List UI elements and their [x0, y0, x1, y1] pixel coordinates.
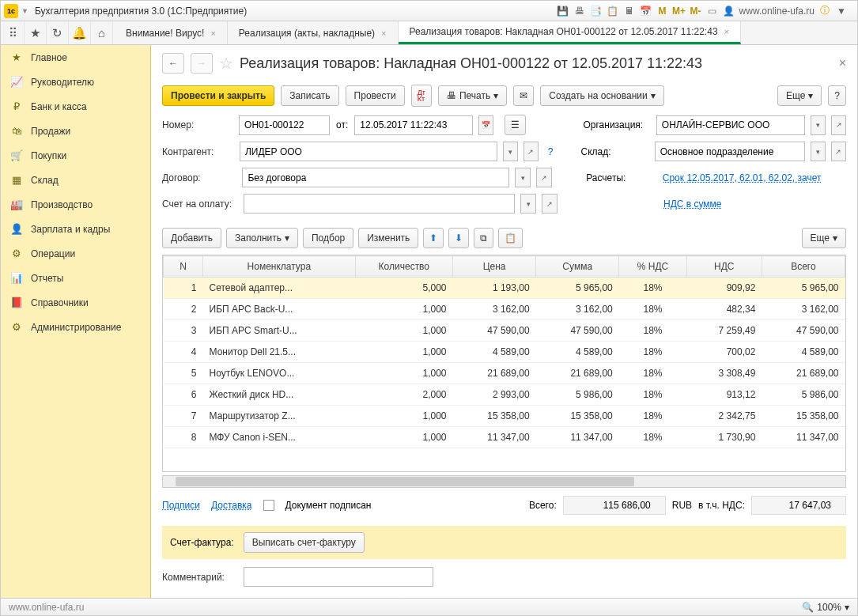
info-icon[interactable]: ⓘ [818, 5, 831, 17]
col-header[interactable]: Цена [453, 256, 536, 278]
table-row[interactable]: 3ИБП APC Smart-U...1,00047 590,00 47 590… [164, 320, 845, 342]
sidebar-item-2[interactable]: ₽Банк и касса [1, 94, 150, 119]
sidebar-item-0[interactable]: ★Главное [1, 45, 150, 70]
paste-icon[interactable]: 📋 [498, 228, 523, 248]
close-doc-icon[interactable]: × [839, 56, 846, 70]
inv-dd-icon[interactable]: ▾ [520, 194, 536, 214]
sidebar-item-7[interactable]: 👤Зарплата и кадры [1, 217, 150, 241]
hscrollbar[interactable] [162, 475, 846, 488]
clipboard-icon[interactable]: 📋 [607, 5, 619, 17]
tbl-more-button[interactable]: Еще ▾ [802, 228, 846, 248]
table-row[interactable]: 4Монитор Dell 21.5...1,0004 589,00 4 589… [164, 342, 845, 363]
whs-open-icon[interactable]: ↗ [831, 142, 846, 161]
sidebar-item-11[interactable]: ⚙Администрирование [1, 315, 150, 339]
save-icon[interactable]: 💾 [557, 5, 569, 17]
edit-button[interactable]: Изменить [358, 228, 418, 248]
sidebar-item-9[interactable]: 📊Отчеты [1, 266, 150, 290]
table-row[interactable]: 1Сетевой адаптер...5,0001 193,00 5 965,0… [164, 278, 845, 299]
add-button[interactable]: Добавить [162, 228, 221, 248]
col-header[interactable]: Количество [355, 256, 452, 278]
move-down-icon[interactable]: ⬇ [448, 228, 469, 248]
contr-open-icon[interactable]: ↗ [523, 142, 539, 161]
whs-dd-icon[interactable]: ▾ [811, 142, 826, 161]
org-open-icon[interactable]: ↗ [831, 115, 846, 135]
contr-help-icon[interactable]: ? [548, 146, 554, 157]
col-header[interactable]: Всего [762, 256, 845, 278]
col-header[interactable]: НДС [686, 256, 762, 278]
save-button[interactable]: Записать [281, 85, 338, 106]
tab-0[interactable]: Внимание! Вирус!× [115, 21, 228, 44]
close-tab-icon[interactable]: × [381, 28, 386, 38]
more-button[interactable]: Еще ▾ [777, 85, 822, 106]
col-header[interactable]: N [164, 256, 203, 278]
tab-2[interactable]: Реализация товаров: Накладная ОН01-00012… [399, 21, 742, 44]
comment-field[interactable] [244, 567, 433, 587]
sf-button[interactable]: Выписать счет-фактуру [244, 532, 365, 553]
m-plain-icon[interactable]: M [656, 5, 669, 17]
dtkt-button[interactable]: ДтКт [411, 85, 432, 107]
num-field[interactable] [239, 115, 330, 135]
calendar-icon[interactable]: 📅 [640, 5, 652, 17]
sidebar-item-5[interactable]: ▦Склад [1, 168, 150, 192]
tab-1[interactable]: Реализация (акты, накладные)× [228, 21, 399, 44]
deliv-link[interactable]: Доставка [211, 500, 252, 511]
commit-close-button[interactable]: Провести и закрыть [162, 85, 274, 106]
org-field[interactable] [656, 115, 805, 135]
table-row[interactable]: 2ИБП APC Back-U...1,0003 162,00 3 162,00… [164, 299, 845, 320]
sign-link[interactable]: Подписи [162, 500, 200, 511]
move-up-icon[interactable]: ⬆ [423, 228, 444, 248]
table-row[interactable]: 6Жесткий диск HD...2,0002 993,00 5 986,0… [164, 384, 845, 406]
contr-dd-icon[interactable]: ▾ [503, 142, 518, 161]
bell-icon[interactable]: 🔔 [69, 22, 91, 44]
back-button[interactable]: ← [162, 53, 184, 74]
sidebar-item-1[interactable]: 📈Руководителю [1, 70, 150, 94]
m-plus-icon[interactable]: M+ [673, 5, 686, 17]
help-button[interactable]: ? [828, 85, 846, 106]
apps-icon[interactable]: ⠿ [2, 22, 25, 44]
inv-field[interactable] [244, 194, 515, 214]
pick-button[interactable]: Подбор [303, 228, 353, 248]
panel-icon[interactable]: ▭ [706, 5, 719, 17]
whs-field[interactable] [655, 142, 805, 161]
sidebar-item-6[interactable]: 🏭Производство [1, 192, 150, 217]
calendar-picker-icon[interactable]: 📅 [478, 115, 493, 135]
col-header[interactable]: Номенклатура [203, 256, 356, 278]
favorite-icon[interactable]: ☆ [219, 54, 233, 73]
sidebar-item-8[interactable]: ⚙Операции [1, 241, 150, 266]
dog-dd-icon[interactable]: ▾ [515, 168, 531, 187]
compare-icon[interactable]: 📑 [590, 5, 603, 17]
col-header[interactable]: % НДС [619, 256, 687, 278]
sidebar-item-10[interactable]: 📕Справочники [1, 290, 150, 315]
fill-button[interactable]: Заполнить ▾ [226, 228, 298, 248]
close-tab-icon[interactable]: × [210, 28, 215, 38]
org-dd-icon[interactable]: ▾ [811, 115, 826, 135]
close-tab-icon[interactable]: × [724, 27, 729, 36]
dog-field[interactable] [242, 168, 509, 187]
dog-open-icon[interactable]: ↗ [536, 168, 552, 187]
mail-button[interactable]: ✉ [513, 85, 534, 106]
table-row[interactable]: 7Маршрутизатор Z...1,00015 358,00 15 358… [164, 406, 845, 427]
inv-open-icon[interactable]: ↗ [542, 194, 558, 214]
form-mode-icon[interactable]: ☰ [505, 115, 526, 135]
zoom-icon[interactable]: 🔍 [802, 602, 814, 613]
contr-field[interactable] [240, 142, 497, 161]
history-icon[interactable]: ↻ [47, 22, 69, 44]
m-minus-icon[interactable]: M- [690, 5, 702, 17]
calc-link[interactable]: Срок 12.05.2017, 62.01, 62.02, зачет [663, 172, 846, 183]
post-button[interactable]: Провести [346, 85, 405, 106]
table-row[interactable]: 5Ноутбук LENOVO...1,00021 689,00 21 689,… [164, 363, 845, 384]
print-icon[interactable]: 🖶 [573, 5, 586, 17]
star-icon[interactable]: ★ [25, 22, 47, 44]
create-based-button[interactable]: Создать на основании ▾ [540, 85, 664, 106]
col-header[interactable]: Сумма [536, 256, 619, 278]
info-dd-icon[interactable]: ▼ [835, 5, 848, 17]
date-field[interactable] [354, 115, 473, 135]
print-button[interactable]: 🖶 Печать ▾ [438, 85, 507, 106]
zoom-dd-icon[interactable]: ▾ [845, 602, 849, 613]
sidebar-item-3[interactable]: 🛍Продажи [1, 119, 150, 143]
copy-icon[interactable]: ⧉ [474, 228, 493, 248]
home-icon[interactable]: ⌂ [91, 22, 113, 44]
signed-checkbox[interactable] [263, 500, 274, 511]
vat-link[interactable]: НДС в сумме [663, 198, 722, 210]
forward-button[interactable]: → [191, 53, 213, 74]
